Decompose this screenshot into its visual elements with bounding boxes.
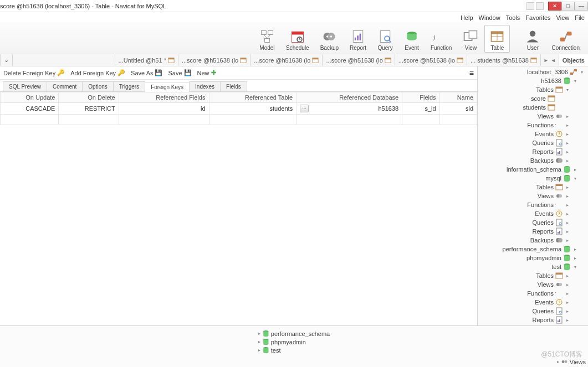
- fk-ref-table[interactable]: students: [209, 103, 296, 115]
- quick-icon-2[interactable]: [536, 2, 544, 10]
- expand-icon[interactable]: ▾: [572, 176, 578, 181]
- expand-icon[interactable]: ▸: [565, 229, 570, 234]
- tree-backups[interactable]: ▸Backups: [478, 236, 588, 245]
- fk-col-on-delete[interactable]: On Delete: [59, 92, 119, 103]
- hamburger-icon[interactable]: ≡: [469, 69, 474, 77]
- save-as-button[interactable]: 💾 Save As: [131, 69, 162, 76]
- snip-performance_schema[interactable]: performance_schema▸: [258, 329, 330, 338]
- snip-test[interactable]: test▸: [258, 346, 281, 354]
- doc-tab-5[interactable]: * Untitled @h51...: [115, 54, 178, 66]
- fk-empty-cell[interactable]: [59, 115, 119, 125]
- expand-icon[interactable]: ▸: [565, 238, 570, 243]
- tree-mysql[interactable]: ▾mysql: [478, 174, 588, 183]
- tree-test[interactable]: ▾test: [478, 262, 588, 271]
- fk-empty-cell[interactable]: [119, 115, 209, 125]
- menu-help[interactable]: Help: [461, 14, 473, 21]
- menu-favorites[interactable]: Favorites: [525, 14, 550, 21]
- maximize-button[interactable]: □: [561, 2, 575, 11]
- fk-on-delete[interactable]: RESTRICT: [59, 103, 119, 115]
- expand-icon[interactable]: ▸: [565, 220, 570, 225]
- fk-col-referenced-fields[interactable]: Referenced Fields: [119, 92, 209, 103]
- expand-icon[interactable]: ▸: [565, 132, 570, 137]
- close-button[interactable]: ✕: [548, 2, 561, 11]
- fk-empty-cell[interactable]: [1, 115, 59, 125]
- tab-overflow[interactable]: ⌄: [0, 54, 13, 66]
- minimize-button[interactable]: —: [575, 2, 588, 11]
- new-button[interactable]: ✚ New: [197, 69, 216, 76]
- tree-tables[interactable]: ▾Tables: [478, 85, 588, 94]
- fk-empty-cell[interactable]: [296, 115, 402, 125]
- expand-icon[interactable]: ▸: [565, 211, 570, 216]
- doc-tab-2[interactable]: score @h51638 (lo...: [322, 54, 394, 66]
- tree-h51638[interactable]: ▾h51638: [478, 76, 588, 85]
- tree-functions[interactable]: ▸fxFunctions: [478, 289, 588, 298]
- expand-icon[interactable]: ▸: [565, 158, 570, 163]
- fk-fields[interactable]: s_id: [402, 103, 439, 115]
- expand-icon[interactable]: ▸: [565, 203, 570, 208]
- designer-tab-foreign-keys[interactable]: Foreign Keys: [145, 82, 190, 92]
- tab-next[interactable]: ►: [543, 58, 550, 63]
- fk-empty-row[interactable]: [1, 115, 477, 125]
- expand-icon[interactable]: ▾: [572, 79, 578, 84]
- expand-icon[interactable]: ▾: [572, 265, 578, 270]
- expand-icon[interactable]: ▾: [565, 87, 570, 92]
- expand-icon[interactable]: ▸: [565, 141, 570, 146]
- doc-tab-4[interactable]: score @h51638 (lo...: [178, 54, 250, 66]
- tree-score[interactable]: score: [478, 94, 588, 103]
- expand-icon[interactable]: ▸: [565, 273, 570, 278]
- tree-views[interactable]: ▸Views: [478, 112, 588, 121]
- tree-events[interactable]: ▸Events: [478, 209, 588, 218]
- fk-row[interactable]: sids_idh51638⋯studentsidRESTRICTCASCADE: [1, 103, 477, 115]
- expand-icon[interactable]: ▸: [565, 194, 570, 199]
- tree-students[interactable]: students: [478, 103, 588, 112]
- tree-events[interactable]: ▸Events: [478, 130, 588, 138]
- fk-empty-cell[interactable]: [209, 115, 296, 125]
- toolbar-event[interactable]: Event: [399, 25, 425, 53]
- expand-icon[interactable]: ▸: [565, 318, 570, 323]
- fk-col-referenced-database[interactable]: Referenced Database: [296, 92, 402, 103]
- designer-tab-sql-preview[interactable]: SQL Preview: [3, 81, 47, 91]
- tree-reports[interactable]: ▸Reports: [478, 316, 588, 324]
- expand-icon[interactable]: ▾: [579, 70, 585, 75]
- toolbar-user[interactable]: User: [520, 25, 545, 53]
- snip-phpmyadmin[interactable]: phpmyadmin▸: [258, 338, 306, 346]
- doc-tab-0[interactable]: students @h51638 ...: [467, 54, 540, 66]
- tree-functions[interactable]: ▸fxFunctions: [478, 200, 588, 209]
- tree-tables[interactable]: ▸Tables: [478, 183, 588, 192]
- toolbar-connection[interactable]: Connection: [546, 25, 585, 53]
- tree-views[interactable]: ▸Views: [478, 192, 588, 200]
- delete-foreign-key-button[interactable]: 🔑 Delete Foreign Key: [3, 69, 65, 76]
- expand-icon[interactable]: ▸: [572, 256, 578, 261]
- tree-phpmyadmin[interactable]: ▸phpmyadmin: [478, 254, 588, 262]
- dropdown-button[interactable]: ⋯: [300, 105, 309, 112]
- toolbar-backup[interactable]: Backup: [315, 25, 344, 53]
- tab-objects[interactable]: Objects: [559, 54, 588, 66]
- fk-empty-cell[interactable]: [402, 115, 439, 125]
- expand-icon[interactable]: ▸: [565, 282, 570, 287]
- expand-icon[interactable]: ▸: [565, 114, 570, 119]
- menu-file[interactable]: File: [575, 14, 585, 21]
- fk-name[interactable]: sid: [439, 103, 477, 115]
- designer-tab-options[interactable]: Options: [82, 81, 113, 91]
- tree-functions[interactable]: ▸fxFunctions: [478, 121, 588, 130]
- toolbar-function[interactable]: f(x)Function: [426, 25, 457, 53]
- fk-col-on-update[interactable]: On Update: [1, 92, 59, 103]
- expand-icon[interactable]: ▸: [565, 149, 570, 154]
- quick-icon-1[interactable]: [526, 2, 534, 10]
- menu-window[interactable]: Window: [479, 14, 500, 21]
- tree-queries[interactable]: ▸Queries: [478, 307, 588, 316]
- toolbar-model[interactable]: Model: [254, 25, 280, 53]
- expand-icon[interactable]: ▸: [572, 247, 578, 252]
- doc-tab-3[interactable]: score @h51638 (lo...: [250, 54, 322, 66]
- tree-performance-schema[interactable]: ▸performance_schema: [478, 245, 588, 254]
- fk-ref-db[interactable]: h51638⋯: [296, 103, 402, 115]
- tree-events[interactable]: ▸Events: [478, 298, 588, 307]
- expand-icon[interactable]: ▸: [565, 185, 570, 190]
- designer-tab-comment[interactable]: Comment: [47, 81, 83, 91]
- tree-views[interactable]: ▸Views: [478, 280, 588, 289]
- menu-tools[interactable]: Tools: [506, 14, 520, 21]
- tree-reports[interactable]: ▸Reports: [478, 147, 588, 156]
- save-button[interactable]: 💾 Save: [168, 69, 191, 76]
- designer-tab-indexes[interactable]: Indexes: [189, 81, 221, 91]
- tree-queries[interactable]: ▸Queries: [478, 138, 588, 147]
